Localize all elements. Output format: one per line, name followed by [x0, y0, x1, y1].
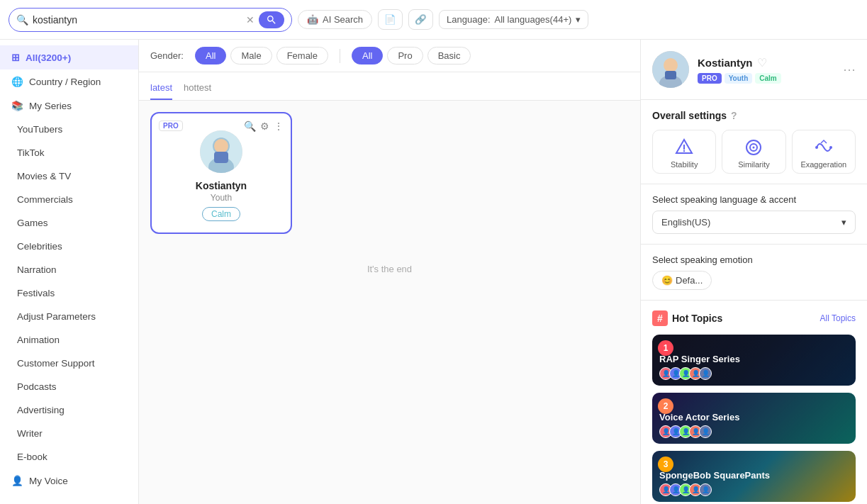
sidebar-item-animation[interactable]: Animation [0, 328, 138, 352]
all-topics-link[interactable]: All Topics [820, 313, 856, 323]
search-button[interactable] [259, 11, 284, 28]
topic-content-2: Voice Actor Series 👤 👤 👤 👤 👤 [652, 406, 746, 444]
sidebar-advertising-label: Advertising [17, 405, 65, 415]
link-icon-button[interactable]: 🔗 [408, 9, 433, 30]
emotion-emoji: 😊 [661, 275, 673, 286]
svg-point-16 [829, 146, 832, 149]
sidebar-item-e-book[interactable]: E-book [0, 445, 138, 469]
sidebar-item-movies-tv[interactable]: Movies & TV [0, 164, 138, 188]
sidebar-my-series-label: My Series [29, 101, 72, 111]
filter-gender-male[interactable]: Male [230, 47, 272, 65]
emotion-button[interactable]: 😊 Defa... [652, 271, 712, 290]
ai-search-button[interactable]: 🤖 AI Search [298, 10, 372, 29]
sidebar-item-my-voice[interactable]: 👤 My Voice [0, 469, 138, 493]
topic-content-1: RAP Singer Series 👤 👤 👤 👤 👤 [652, 348, 747, 386]
help-icon[interactable]: ? [731, 110, 737, 121]
sidebar-podcasts-label: Podcasts [17, 381, 57, 392]
card-more-icon[interactable]: ⋮ [274, 121, 284, 132]
sidebar-item-tiktok[interactable]: TikTok [0, 141, 138, 164]
sidebar-item-games[interactable]: Games [0, 211, 138, 235]
similarity-label: Similarity [738, 160, 770, 169]
card-emotion-badge[interactable]: Calm [202, 207, 240, 221]
chevron-down-icon: ▾ [576, 14, 581, 25]
filter-type-all[interactable]: All [352, 47, 383, 65]
topic-card-1[interactable]: 1 RAP Singer Series 👤 👤 👤 👤 👤 [652, 335, 856, 386]
profile-more-button[interactable]: ⋯ [843, 62, 856, 77]
topic-avatar: 👤 [699, 483, 712, 496]
sidebar-narration-label: Narration [17, 264, 57, 275]
setting-similarity[interactable]: Similarity [722, 130, 785, 174]
sort-tab-hottest[interactable]: hottest [184, 79, 211, 100]
settings-title: Overall settings ? [652, 110, 856, 121]
search-input[interactable] [33, 14, 242, 26]
language-dropdown-value: English(US) [661, 217, 710, 228]
language-dropdown[interactable]: English(US) ▾ [652, 211, 856, 234]
sidebar-item-country-region[interactable]: 🌐 Country / Region [0, 69, 138, 94]
sidebar-item-podcasts[interactable]: Podcasts [0, 375, 138, 398]
svg-point-3 [214, 139, 228, 153]
svg-point-11 [683, 150, 685, 152]
filter-divider [340, 49, 340, 63]
profile-name: Kostiantyn [698, 57, 753, 69]
sidebar-all-label: All(3200+) [26, 52, 71, 63]
filter-gender-all[interactable]: All [195, 47, 226, 65]
sidebar-festivals-label: Festivals [17, 288, 55, 298]
emotion-value: Defa... [676, 275, 703, 286]
setting-exaggeration[interactable]: Exaggeration [792, 130, 856, 174]
topic-card-3[interactable]: 3 SpongeBob SquarePants 👤 👤 👤 👤 👤 [652, 451, 856, 502]
cards-area: PRO 🔍 ⚙ ⋮ [139, 101, 640, 504]
save-icon-button[interactable]: 📄 [378, 9, 403, 30]
person-icon: 👤 [11, 475, 23, 486]
sidebar-item-commercials[interactable]: Commercials [0, 188, 138, 211]
card-avatar-wrap [163, 130, 279, 173]
sidebar-adjust-label: Adjust Parameters [17, 311, 96, 322]
card-actions: 🔍 ⚙ ⋮ [244, 121, 284, 132]
end-text: It's the end [150, 242, 629, 296]
card-tag: Youth [163, 193, 279, 203]
setting-stability[interactable]: Stability [652, 130, 716, 174]
topic-avatar: 👤 [699, 367, 712, 380]
sidebar-tiktok-label: TikTok [17, 147, 45, 158]
sidebar-item-all[interactable]: ⊞ All(3200+) [0, 45, 138, 69]
filter-gender-female[interactable]: Female [276, 47, 328, 65]
hot-topics-section: # Hot Topics All Topics 1 RAP Singer Ser… [641, 301, 867, 504]
filter-type-pro[interactable]: Pro [387, 47, 423, 65]
globe-icon: 🌐 [11, 76, 23, 87]
topic-avatar: 👤 [699, 425, 712, 438]
settings-title-text: Overall settings [652, 110, 727, 121]
sidebar-item-advertising[interactable]: Advertising [0, 398, 138, 422]
tag-youth: Youth [725, 73, 753, 84]
voice-card-kostiantyn[interactable]: PRO 🔍 ⚙ ⋮ [150, 112, 292, 234]
language-label: Language: [447, 14, 490, 25]
sort-tab-latest[interactable]: latest [150, 79, 172, 100]
topic-card-2[interactable]: 2 Voice Actor Series 👤 👤 👤 👤 👤 [652, 393, 856, 444]
sidebar-item-writer[interactable]: Writer [0, 422, 138, 445]
hash-icon: # [652, 310, 668, 326]
profile-avatar [652, 51, 689, 88]
search-clear-icon[interactable]: ✕ [246, 14, 254, 26]
sidebar-item-adjust-parameters[interactable]: Adjust Parameters [0, 305, 138, 328]
language-selector[interactable]: Language: All languages(44+) ▾ [439, 10, 588, 29]
filter-type-basic[interactable]: Basic [427, 47, 471, 65]
topic-avatars-2: 👤 👤 👤 👤 👤 [659, 425, 739, 438]
sidebar-item-my-series[interactable]: 📚 My Series [0, 94, 138, 118]
tag-calm: Calm [755, 73, 781, 84]
svg-rect-4 [214, 152, 228, 163]
type-filter-group: All Pro Basic [352, 47, 471, 65]
card-settings-icon[interactable]: ⚙ [260, 121, 269, 132]
sidebar-item-festivals[interactable]: Festivals [0, 281, 138, 305]
sidebar-movies-label: Movies & TV [17, 171, 71, 181]
filter-bar: Gender: All Male Female All Pro Basic [139, 40, 640, 72]
sidebar-item-narration[interactable]: Narration [0, 258, 138, 281]
sidebar-item-customer-support[interactable]: Customer Support [0, 352, 138, 375]
heart-icon[interactable]: ♡ [757, 56, 767, 69]
sidebar-country-label: Country / Region [29, 77, 101, 87]
top-bar: 🔍 ✕ 🤖 AI Search 📄 🔗 Language: All langua… [0, 0, 867, 40]
card-search-icon[interactable]: 🔍 [244, 121, 256, 132]
sidebar-item-celebrities[interactable]: Celebrities [0, 235, 138, 258]
svg-point-15 [815, 146, 818, 149]
topic-content-3: SpongeBob SquarePants 👤 👤 👤 👤 👤 [652, 464, 777, 502]
emotion-section: Select speaking emotion 😊 Defa... [641, 245, 867, 301]
card-name: Kostiantyn [163, 180, 279, 191]
sidebar-item-youtubers[interactable]: YouTubers [0, 118, 138, 141]
